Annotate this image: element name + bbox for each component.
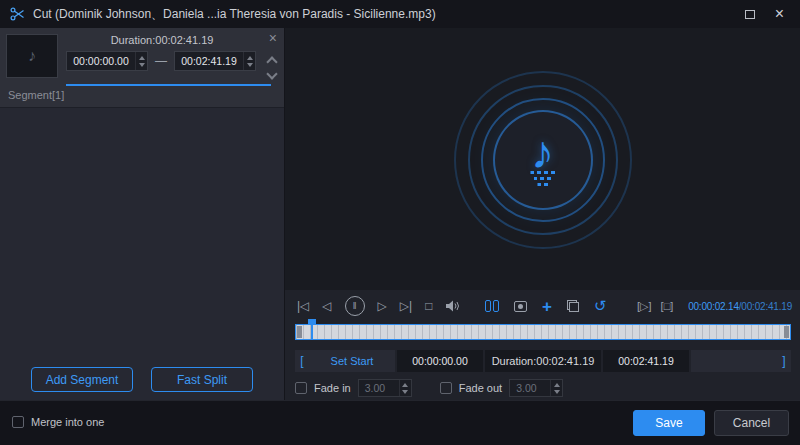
fade-in-checkbox[interactable]	[295, 382, 307, 394]
spin-down-icon[interactable]	[554, 390, 560, 394]
spin-up-icon[interactable]	[402, 383, 408, 387]
segment-progress-line	[66, 84, 271, 86]
main-area: ♪ |◁ ◁ ‖ ▷ ▷| □	[285, 28, 800, 400]
trim-row: [ Set Start 00:00:00.00 Duration:00:02:4…	[295, 350, 791, 372]
cancel-button[interactable]: Cancel	[714, 410, 789, 436]
fade-in-label: Fade in	[314, 382, 351, 394]
segment-label: Segment[1]	[8, 89, 64, 101]
merge-into-one-checkbox[interactable]	[12, 416, 24, 428]
segment-time-row: 00:00:00.00 — 00:02:41.19	[66, 51, 256, 71]
copy-segment-icon[interactable]	[567, 300, 579, 312]
music-note-icon: ♪	[28, 47, 36, 65]
playback-controls: |◁ ◁ ‖ ▷ ▷| □	[297, 290, 461, 322]
segment-end-value: 00:02:41.19	[175, 55, 243, 67]
time-display: 00:00:02.14/00:02:41.19	[688, 290, 792, 322]
fade-in-input[interactable]: 3.00	[358, 379, 412, 397]
spin-up-icon[interactable]	[554, 383, 560, 387]
step-forward-button[interactable]: ▷	[378, 299, 387, 313]
volume-icon[interactable]	[445, 299, 461, 313]
current-time: 00:00:02.14	[688, 301, 739, 312]
segment-end-input[interactable]: 00:02:41.19	[174, 51, 256, 71]
pause-icon: ‖	[353, 301, 357, 311]
maximize-button[interactable]	[745, 10, 755, 19]
duration-display: Duration:00:02:41.19	[485, 350, 601, 372]
segment-thumbnail: ♪	[6, 34, 58, 78]
timeline-track[interactable]	[295, 324, 791, 340]
spin-down-icon[interactable]	[139, 63, 145, 67]
trim-handle-left[interactable]	[297, 326, 302, 338]
add-segment-button[interactable]: Add Segment	[31, 367, 133, 392]
stop-segment-button[interactable]: [□]	[661, 300, 674, 312]
cut-dialog-window: Cut (Dominik Johnson、Daniela ...ia There…	[0, 0, 800, 445]
scissors-icon	[10, 7, 25, 21]
trim-handle-right[interactable]	[784, 326, 789, 338]
bracket-left-icon: [	[295, 354, 309, 368]
spin-up-icon[interactable]	[247, 56, 253, 60]
fade-row: Fade in 3.00 Fade out 3.00	[295, 379, 563, 397]
start-time-field[interactable]: 00:00:00.00	[397, 350, 483, 372]
equalizer-icon	[530, 171, 555, 186]
fade-out-checkbox[interactable]	[440, 382, 452, 394]
controls-bar: |◁ ◁ ‖ ▷ ▷| □ + ↺	[285, 290, 800, 322]
skip-to-start-button[interactable]: |◁	[297, 299, 309, 313]
split-segment-icon[interactable]	[485, 300, 499, 312]
segment-tools: + ↺	[485, 290, 607, 322]
footer-bar: Merge into one Save Cancel	[0, 400, 800, 445]
skip-to-end-button[interactable]: ▷|	[400, 299, 412, 313]
segment-start-input[interactable]: 00:00:00.00	[66, 51, 148, 71]
fast-split-button[interactable]: Fast Split	[151, 367, 253, 392]
segment-card[interactable]: ♪ Duration:00:02:41.19 00:00:00.00 — 00:…	[0, 28, 284, 108]
fade-out-label: Fade out	[459, 382, 502, 394]
fade-out-input[interactable]: 3.00	[509, 379, 563, 397]
range-separator: —	[155, 54, 167, 68]
merge-into-one-label: Merge into one	[31, 416, 104, 428]
move-segment-down-icon[interactable]	[266, 68, 277, 79]
preview-area: ♪	[285, 28, 800, 290]
add-segment-icon[interactable]: +	[542, 298, 552, 315]
close-button[interactable]: ×	[775, 6, 784, 22]
fade-out-spinner[interactable]	[550, 380, 562, 396]
window-title: Cut (Dominik Johnson、Daniela ...ia There…	[33, 6, 436, 23]
spin-down-icon[interactable]	[402, 390, 408, 394]
fade-in-spinner[interactable]	[399, 380, 411, 396]
set-start-button[interactable]: [ Set Start	[295, 350, 395, 372]
total-time: 00:02:41.19	[741, 301, 792, 312]
segment-end-spinner[interactable]	[243, 52, 255, 70]
remove-segment-button[interactable]: ×	[269, 30, 277, 46]
reset-icon[interactable]: ↺	[594, 297, 607, 315]
spin-down-icon[interactable]	[247, 63, 253, 67]
step-back-button[interactable]: ◁	[322, 299, 331, 313]
play-segment-button[interactable]: [▷]	[637, 300, 652, 313]
playhead[interactable]	[311, 319, 313, 340]
set-end-button[interactable]: ]	[691, 350, 791, 372]
stop-button[interactable]: □	[425, 299, 432, 313]
segments-panel: ♪ Duration:00:02:41.19 00:00:00.00 — 00:…	[0, 28, 285, 400]
segment-playback: [▷] [□]	[637, 290, 673, 322]
spin-up-icon[interactable]	[139, 56, 145, 60]
segment-start-spinner[interactable]	[135, 52, 147, 70]
save-button[interactable]: Save	[633, 410, 705, 436]
bracket-right-icon: ]	[777, 354, 791, 368]
end-time-field[interactable]: 00:02:41.19	[603, 350, 689, 372]
title-bar: Cut (Dominik Johnson、Daniela ...ia There…	[0, 0, 800, 28]
snapshot-icon[interactable]	[514, 301, 527, 312]
audio-placeholder: ♪	[448, 65, 638, 255]
move-segment-up-icon[interactable]	[266, 56, 277, 67]
preview-disc: ♪	[493, 110, 593, 210]
pause-button[interactable]: ‖	[345, 296, 365, 316]
segment-start-value: 00:00:00.00	[67, 55, 135, 67]
segment-duration-label: Duration:00:02:41.19	[64, 34, 260, 46]
